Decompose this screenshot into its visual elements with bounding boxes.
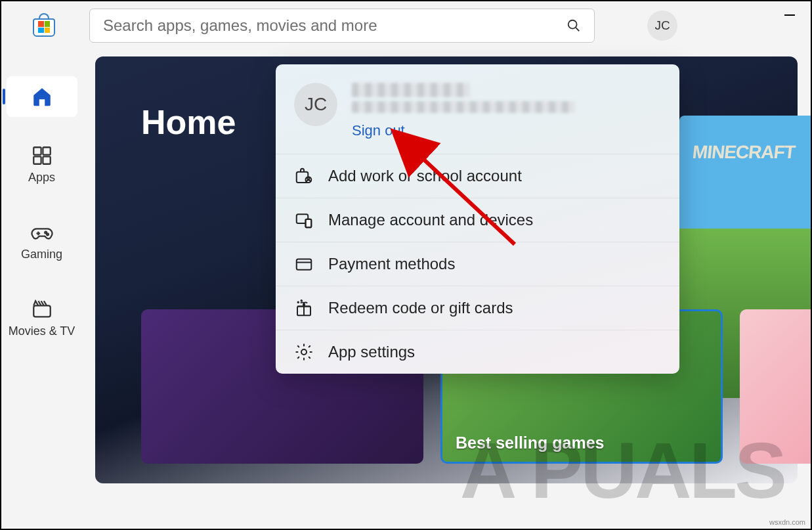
- promo-minecraft-title: MINECRAFT: [691, 142, 796, 163]
- attribution: wsxdn.com: [769, 518, 805, 526]
- svg-point-0: [568, 20, 577, 29]
- menu-item-label: Redeem code or gift cards: [328, 299, 513, 317]
- svg-point-8: [45, 232, 47, 234]
- svg-point-22: [301, 300, 303, 301]
- movies-icon: [31, 298, 53, 320]
- sidebar-item-label: Gaming: [21, 248, 62, 261]
- tile-partial[interactable]: [740, 309, 811, 464]
- search-input[interactable]: [103, 16, 560, 35]
- menu-manage-account[interactable]: Manage account and devices: [276, 198, 679, 242]
- briefcase-person-icon: [294, 166, 314, 186]
- gaming-icon: [31, 221, 53, 244]
- svg-rect-3: [43, 147, 50, 154]
- menu-item-label: Add work or school account: [328, 167, 522, 185]
- sidebar-item-movies[interactable]: Movies & TV: [7, 289, 77, 347]
- sidebar-item-gaming[interactable]: Gaming: [7, 212, 77, 271]
- menu-redeem-code[interactable]: Redeem code or gift cards: [276, 286, 679, 330]
- svg-point-21: [298, 302, 299, 303]
- gear-icon: [294, 342, 314, 362]
- sidebar-item-label: Apps: [28, 171, 55, 185]
- gift-icon: [294, 298, 314, 318]
- apps-icon: [31, 144, 53, 167]
- header-bar: JC: [1, 1, 811, 50]
- sidebar: Apps Gaming Movies & TV: [1, 50, 82, 529]
- menu-item-label: Manage account and devices: [328, 211, 533, 229]
- svg-rect-10: [33, 305, 51, 317]
- popup-user-name-redacted: [352, 83, 470, 97]
- popup-avatar: JC: [294, 83, 337, 126]
- svg-rect-5: [43, 156, 50, 164]
- svg-rect-4: [33, 156, 41, 164]
- sidebar-item-home[interactable]: [7, 76, 77, 117]
- sidebar-item-label: Movies & TV: [9, 324, 75, 338]
- svg-rect-15: [306, 219, 312, 228]
- svg-point-23: [301, 349, 307, 355]
- search-box[interactable]: [89, 9, 595, 43]
- store-logo[interactable]: [8, 14, 80, 37]
- svg-point-9: [47, 233, 49, 235]
- user-avatar-button[interactable]: JC: [647, 11, 677, 41]
- devices-icon: [294, 210, 314, 230]
- svg-rect-2: [33, 147, 41, 154]
- popup-user-email-redacted: [352, 101, 575, 113]
- menu-add-work-school[interactable]: Add work or school account: [276, 154, 679, 198]
- credit-card-icon: [294, 254, 314, 274]
- sidebar-item-apps[interactable]: Apps: [7, 135, 77, 194]
- minimize-button[interactable]: [784, 14, 795, 16]
- account-popup: JC Sign out Add work or school account M…: [276, 64, 679, 374]
- signout-link[interactable]: Sign out: [352, 122, 405, 139]
- menu-item-label: Payment methods: [328, 255, 455, 273]
- window-controls: [784, 9, 795, 16]
- menu-item-label: App settings: [328, 343, 415, 361]
- search-icon[interactable]: [566, 18, 581, 33]
- page-title: Home: [141, 102, 236, 142]
- tile-label: Best selling games: [456, 433, 604, 453]
- svg-line-1: [576, 28, 579, 31]
- menu-app-settings[interactable]: App settings: [276, 330, 679, 374]
- home-icon: [31, 85, 53, 108]
- svg-rect-17: [297, 259, 312, 270]
- popup-menu-list: Add work or school account Manage accoun…: [276, 154, 679, 374]
- popup-header: JC Sign out: [276, 64, 679, 154]
- menu-payment-methods[interactable]: Payment methods: [276, 242, 679, 286]
